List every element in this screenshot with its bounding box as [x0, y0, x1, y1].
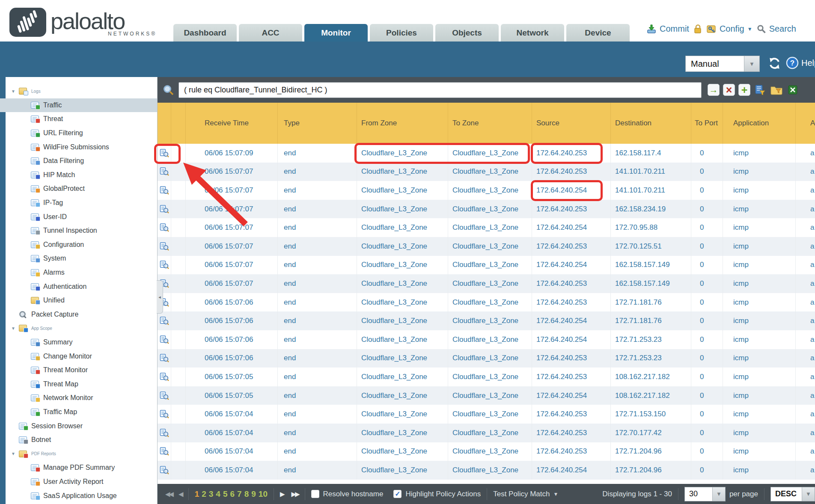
source-cell[interactable]: 172.64.240.254: [532, 330, 611, 349]
to-zone-cell[interactable]: Cloudflare_L3_Zone: [448, 293, 532, 312]
from-zone-cell[interactable]: Cloudflare_L3_Zone: [357, 144, 448, 163]
add-filter-button[interactable]: +: [738, 84, 750, 96]
destination-cell[interactable]: 172.70.125.51: [611, 237, 691, 256]
from-zone-cell[interactable]: Cloudflare_L3_Zone: [357, 200, 448, 219]
from-zone-cell[interactable]: Cloudflare_L3_Zone: [357, 218, 448, 237]
sidebar-item-user-activity-report[interactable]: ▼ User Activity Report: [0, 475, 157, 489]
tab-objects[interactable]: Objects: [435, 24, 499, 42]
tab-dashboard[interactable]: Dashboard: [173, 24, 237, 42]
log-detail-button[interactable]: [158, 368, 171, 386]
to-port-cell[interactable]: 0: [691, 163, 723, 181]
action-cell[interactable]: a: [796, 311, 815, 330]
to-zone-cell[interactable]: Cloudflare_L3_Zone: [448, 386, 532, 405]
page-number[interactable]: 1: [195, 489, 199, 499]
from-zone-cell[interactable]: Cloudflare_L3_Zone: [357, 349, 448, 368]
source-cell[interactable]: 172.64.240.253: [532, 163, 611, 181]
action-cell[interactable]: a: [796, 461, 815, 480]
destination-cell[interactable]: 172.71.253.23: [611, 349, 691, 368]
column-header[interactable]: From Zone: [357, 103, 448, 144]
action-cell[interactable]: a: [796, 330, 815, 349]
sidebar-item-change-monitor[interactable]: ▼ Change Monitor: [0, 349, 157, 363]
to-port-cell[interactable]: 0: [691, 405, 723, 424]
action-cell[interactable]: a: [796, 405, 815, 424]
resolve-hostname-checkbox[interactable]: [311, 490, 319, 498]
destination-cell[interactable]: 162.158.157.149: [611, 256, 691, 275]
log-detail-button[interactable]: [158, 144, 171, 163]
log-detail-button[interactable]: [158, 461, 171, 480]
application-cell[interactable]: icmp: [723, 256, 796, 275]
to-port-cell[interactable]: 0: [691, 461, 723, 480]
sidebar-item-hip-match[interactable]: ▼ HIP Match: [0, 168, 157, 182]
source-cell[interactable]: 172.64.240.254: [532, 256, 611, 275]
prev-page-button[interactable]: ◀: [178, 490, 182, 498]
application-cell[interactable]: icmp: [723, 442, 796, 461]
log-detail-button[interactable]: [158, 311, 171, 330]
destination-cell[interactable]: 172.70.177.42: [611, 424, 691, 442]
page-number[interactable]: 2: [202, 489, 206, 499]
page-number[interactable]: 7: [237, 489, 242, 499]
sidebar-collapse-handle[interactable]: ◂: [157, 280, 163, 314]
to-port-cell[interactable]: 0: [691, 274, 723, 293]
application-cell[interactable]: icmp: [723, 237, 796, 256]
to-port-cell[interactable]: 0: [691, 442, 723, 461]
page-number[interactable]: 8: [244, 489, 249, 499]
from-zone-cell[interactable]: Cloudflare_L3_Zone: [357, 461, 448, 480]
action-cell[interactable]: a: [796, 237, 815, 256]
log-detail-button[interactable]: [158, 386, 171, 405]
to-zone-cell[interactable]: Cloudflare_L3_Zone: [448, 405, 532, 424]
to-zone-cell[interactable]: Cloudflare_L3_Zone: [448, 200, 532, 219]
action-cell[interactable]: a: [796, 442, 815, 461]
column-header[interactable]: To Zone: [448, 103, 532, 144]
from-zone-cell[interactable]: Cloudflare_L3_Zone: [357, 405, 448, 424]
to-zone-cell[interactable]: Cloudflare_L3_Zone: [448, 311, 532, 330]
source-cell[interactable]: 172.64.240.253: [532, 200, 611, 219]
to-zone-cell[interactable]: Cloudflare_L3_Zone: [448, 442, 532, 461]
sidebar-item-summary[interactable]: ▼ Summary: [0, 335, 157, 350]
destination-cell[interactable]: 141.101.70.211: [611, 181, 691, 200]
column-header[interactable]: Application: [723, 103, 796, 144]
column-header[interactable]: Receive Time: [186, 103, 278, 144]
tab-monitor[interactable]: Monitor: [304, 24, 368, 42]
log-detail-button[interactable]: [158, 442, 171, 461]
destination-cell[interactable]: 172.70.95.88: [611, 218, 691, 237]
export-button[interactable]: [786, 84, 799, 96]
sidebar-item-alarms[interactable]: ▼ Alarms: [0, 266, 157, 280]
source-cell[interactable]: 172.64.240.254: [532, 461, 611, 480]
page-number[interactable]: 10: [259, 489, 268, 499]
sidebar-item-globalprotect[interactable]: ▼ GlobalProtect: [0, 182, 157, 196]
application-cell[interactable]: icmp: [723, 405, 796, 424]
sidebar-item-configuration[interactable]: ▼ Configuration: [0, 238, 157, 252]
load-filter-button[interactable]: [770, 84, 783, 96]
sidebar-item-saas-application-usage[interactable]: ▼ SaaS Application Usage: [0, 489, 157, 503]
application-cell[interactable]: icmp: [723, 181, 796, 200]
source-cell[interactable]: 172.64.240.253: [532, 144, 611, 163]
refresh-mode-select[interactable]: Manual ▼: [685, 56, 760, 72]
source-cell[interactable]: 172.64.240.253: [532, 349, 611, 368]
refresh-mode-dropdown-icon[interactable]: ▼: [744, 56, 759, 71]
sort-order-dropdown-icon[interactable]: ▼: [802, 487, 815, 501]
source-cell[interactable]: 172.64.240.254: [532, 218, 611, 237]
destination-cell[interactable]: 172.71.181.76: [611, 311, 691, 330]
action-cell[interactable]: a: [796, 424, 815, 442]
application-cell[interactable]: icmp: [723, 330, 796, 349]
page-number[interactable]: 4: [216, 489, 220, 499]
sidebar-item-ip-tag[interactable]: ▼ IP-Tag: [0, 196, 157, 210]
action-cell[interactable]: a: [796, 181, 815, 200]
expander-icon[interactable]: ▼: [11, 326, 19, 331]
to-zone-cell[interactable]: Cloudflare_L3_Zone: [448, 163, 532, 181]
destination-cell[interactable]: 162.158.157.149: [611, 274, 691, 293]
tab-network[interactable]: Network: [501, 24, 564, 42]
application-cell[interactable]: icmp: [723, 200, 796, 219]
sidebar-item-logs[interactable]: ▼ Logs: [0, 84, 11, 98]
to-zone-cell[interactable]: Cloudflare_L3_Zone: [448, 237, 532, 256]
destination-cell[interactable]: 172.71.153.150: [611, 405, 691, 424]
source-cell[interactable]: 172.64.240.254: [532, 386, 611, 405]
sidebar-item-url-filtering[interactable]: ▼ URL Filtering: [0, 126, 157, 140]
from-zone-cell[interactable]: Cloudflare_L3_Zone: [357, 274, 448, 293]
sort-order-select[interactable]: DESC ▼: [770, 487, 815, 501]
tab-acc[interactable]: ACC: [239, 24, 302, 42]
to-zone-cell[interactable]: Cloudflare_L3_Zone: [448, 218, 532, 237]
from-zone-cell[interactable]: Cloudflare_L3_Zone: [357, 424, 448, 442]
tab-device[interactable]: Device: [566, 24, 630, 42]
column-header[interactable]: [158, 103, 171, 144]
